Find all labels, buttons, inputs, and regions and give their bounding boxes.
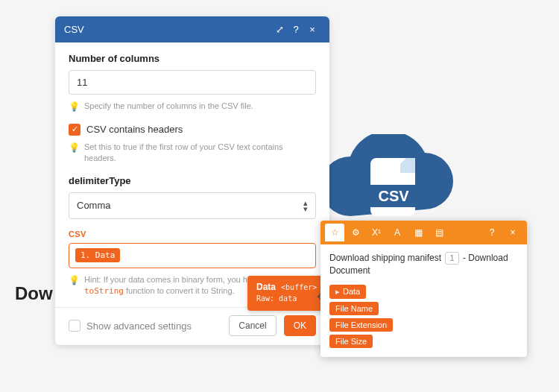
popup-close-icon[interactable]: × — [503, 224, 522, 241]
tooltip-title: Data — [256, 282, 276, 292]
headers-checkbox-row[interactable]: ✓ CSV contains headers — [69, 124, 316, 136]
tab-calendar[interactable]: ▦ — [408, 224, 428, 241]
advanced-label: Show advanced settings — [86, 320, 192, 332]
bulb-icon: 💡 — [69, 142, 80, 154]
delimiter-select[interactable]: Comma ▴▾ — [69, 192, 316, 219]
output-file-size[interactable]: File Size — [329, 335, 373, 348]
step-index: 1 — [445, 252, 458, 265]
help-icon[interactable]: ? — [288, 24, 304, 35]
ok-button[interactable]: OK — [284, 315, 316, 336]
tab-settings[interactable]: ⚙ — [346, 224, 365, 241]
num-columns-input[interactable] — [69, 70, 316, 95]
headers-hint: 💡 Set this to true if the first row of y… — [69, 142, 316, 165]
tab-xsup[interactable]: X¹ — [367, 224, 386, 241]
output-list: ▸Data File Name File Extension File Size — [329, 285, 518, 348]
dialog-header[interactable]: CSV ⤢ ? × — [55, 16, 329, 42]
csv-data-chip[interactable]: 1. Data — [75, 248, 120, 262]
output-file-extension[interactable]: File Extension — [329, 318, 393, 332]
csv-field-label: CSV — [69, 230, 316, 238]
num-columns-label: Number of columns — [69, 53, 316, 64]
output-data[interactable]: ▸Data — [329, 285, 366, 299]
svg-text:CSV: CSV — [378, 188, 409, 204]
output-picker-popup: ☆ ⚙ X¹ A ▦ ▤ ? × Download shipping manif… — [320, 221, 527, 357]
cancel-button[interactable]: Cancel — [229, 315, 276, 336]
data-tooltip: Data <buffer> Raw: data — [247, 276, 326, 311]
expand-icon[interactable]: ⤢ — [271, 24, 288, 35]
delimiter-value: Comma — [77, 200, 111, 211]
dialog-title: CSV — [64, 24, 271, 35]
advanced-checkbox[interactable] — [69, 320, 80, 332]
csv-data-field[interactable]: 1. Data — [69, 243, 316, 268]
headers-label: CSV contains headers — [86, 124, 183, 135]
popup-toolbar: ☆ ⚙ X¹ A ▦ ▤ ? × — [320, 221, 527, 244]
popup-help-icon[interactable]: ? — [482, 224, 502, 241]
tooltip-type: <buffer> — [281, 283, 317, 291]
tab-text[interactable]: A — [388, 224, 407, 241]
headers-checkbox[interactable]: ✓ — [69, 124, 80, 136]
advanced-settings-row[interactable]: Show advanced settings — [69, 320, 192, 332]
background-heading: Dow — [15, 283, 53, 304]
tab-star[interactable]: ☆ — [325, 224, 344, 241]
delimiter-label: delimiterType — [69, 175, 316, 186]
bulb-icon: 💡 — [69, 274, 80, 287]
bulb-icon: 💡 — [69, 101, 80, 113]
output-file-name[interactable]: File Name — [329, 302, 379, 315]
chevron-updown-icon: ▴▾ — [303, 200, 308, 212]
tooltip-raw: Raw: data — [256, 294, 317, 304]
tab-table[interactable]: ▤ — [429, 224, 449, 241]
popup-title: Download shipping manifest 1 - Download … — [329, 252, 518, 277]
close-icon[interactable]: × — [304, 24, 320, 35]
num-columns-hint: 💡 Specify the number of columns in the C… — [69, 101, 316, 113]
